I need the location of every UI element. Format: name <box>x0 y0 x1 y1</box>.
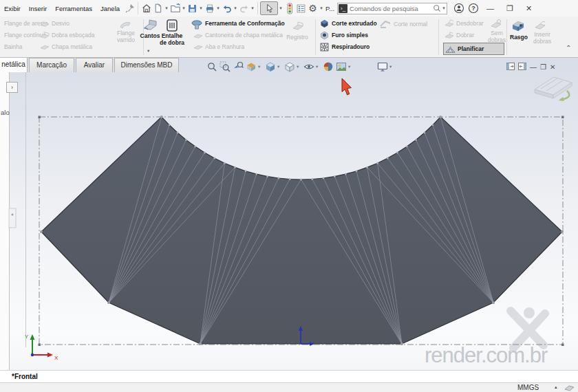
sheet-metal-status-icon[interactable] <box>564 384 575 391</box>
view-orientation-icon[interactable] <box>264 61 276 72</box>
planificar-icon <box>445 45 456 54</box>
units-selector[interactable]: MMGS <box>517 384 539 391</box>
aba-e-ranhura-button[interactable]: Aba e Ranhura <box>205 43 244 50</box>
cantoneira-button[interactable]: Cantoneira de chapa metálica <box>205 32 283 39</box>
doc-restore-button[interactable]: ❐ <box>540 63 546 71</box>
command-search: ›_ ▾ <box>337 3 447 14</box>
view-label-strip: *Frontal <box>0 370 578 382</box>
save-icon[interactable] <box>186 2 198 14</box>
close-button[interactable]: ✕ <box>520 4 538 13</box>
doc-close-button[interactable]: ✕ <box>550 63 555 71</box>
furo-simples-button[interactable]: Furo simples <box>332 32 368 39</box>
tab-dimensoes-mbd[interactable]: Dimensões MBD <box>114 58 179 72</box>
dock-panel-left-icon[interactable] <box>506 61 515 73</box>
respiradouro-button[interactable]: Respiradouro <box>332 43 370 50</box>
cantos-button[interactable]: Cantos <box>139 33 161 40</box>
edit-appearance-icon[interactable] <box>322 61 334 72</box>
doc-minimize-button[interactable]: — <box>530 63 537 71</box>
bainha-button[interactable]: Bainha <box>4 43 22 50</box>
chapa-metalica-button[interactable]: Chapa metálica <box>52 43 92 50</box>
cantos-caret[interactable]: ▾ <box>147 48 149 54</box>
view-settings-icon[interactable] <box>376 61 388 72</box>
search-caret[interactable]: ▾ <box>441 6 447 11</box>
desvio-button[interactable]: Desvio <box>52 20 69 27</box>
svg-text:?: ? <box>471 5 475 12</box>
view-orientation-caret[interactable]: ▾ <box>277 64 282 69</box>
tab-avaliar[interactable]: Avaliar <box>76 58 113 72</box>
entalhe-de-dobra-button[interactable]: Entalhe de dobra <box>160 33 184 47</box>
ribbon-collapse-chevron[interactable]: ⌃ <box>566 44 571 52</box>
zoom-to-area-icon[interactable] <box>219 61 231 72</box>
open-caret[interactable]: ▾ <box>181 6 186 11</box>
select-tool-button[interactable] <box>260 1 278 15</box>
new-document-caret[interactable]: ▾ <box>164 6 169 11</box>
corte-normal-button[interactable]: Corte normal <box>394 21 427 28</box>
user-account-icon[interactable] <box>453 2 464 14</box>
corte-extrudado-button[interactable]: Corte extrudado <box>332 20 377 27</box>
search-input[interactable] <box>350 5 433 12</box>
save-caret[interactable]: ▾ <box>198 6 204 11</box>
registro-button[interactable]: Registro <box>279 34 315 41</box>
hide-show-items-icon[interactable] <box>303 61 314 72</box>
pin-icon[interactable] <box>124 2 136 14</box>
corte-extrudado-icon <box>319 19 330 29</box>
command-manager-ribbon: Flange de aresta Flange contínuo Bainha … <box>0 17 578 58</box>
undo-icon[interactable] <box>221 2 233 14</box>
flange-varrido-icon <box>120 19 131 29</box>
menu-bar: Exibir Inserir Ferramentas Janela ▾ ▾ ▾ … <box>0 0 578 17</box>
menu-ferramentas[interactable]: Ferramentas <box>51 0 96 17</box>
menu-inserir[interactable]: Inserir <box>25 0 51 17</box>
desdobrar-button[interactable]: Desdobrar <box>456 20 484 27</box>
new-document-icon[interactable] <box>152 2 164 14</box>
select-tool-caret[interactable]: ▾ <box>278 6 283 11</box>
dobra-esbocada-button[interactable]: Dobra esboçada <box>52 32 94 39</box>
display-style-caret[interactable]: ▾ <box>297 64 301 69</box>
flange-varrido-button[interactable]: Flange varrido <box>110 30 142 44</box>
redo-icon[interactable] <box>238 2 250 14</box>
dobrar-button[interactable]: Dobrar <box>456 32 474 39</box>
ribbon-separator <box>506 19 507 55</box>
minimize-button[interactable]: — <box>480 4 500 12</box>
apply-scene-icon[interactable] <box>335 61 347 72</box>
traffic-light-icon[interactable] <box>283 2 295 14</box>
options-list-icon[interactable] <box>295 2 307 14</box>
tab-chapa-metalica[interactable]: netálica <box>0 58 28 72</box>
select-cursor-icon <box>264 3 274 14</box>
search-icon[interactable] <box>433 4 441 12</box>
display-style-icon[interactable] <box>283 61 295 72</box>
home-icon[interactable] <box>140 2 152 14</box>
previous-view-icon[interactable] <box>232 61 244 72</box>
undo-caret[interactable]: ▾ <box>233 6 238 11</box>
inserir-dobras-button[interactable]: Inserir dobras <box>527 32 557 45</box>
document-window-controls: — ❐ ✕ <box>506 61 555 73</box>
tab-marcacao[interactable]: Marcação <box>29 58 74 72</box>
print-caret[interactable]: ▾ <box>215 6 221 11</box>
redo-caret[interactable]: ▾ <box>250 6 255 11</box>
settings-caret[interactable]: ▾ <box>319 6 324 11</box>
help-icon[interactable]: ? <box>467 2 479 14</box>
zoom-to-fit-icon[interactable] <box>206 61 217 72</box>
chapa-metalica-icon <box>40 43 50 51</box>
hide-show-items-caret[interactable]: ▾ <box>316 64 321 69</box>
section-view-caret[interactable]: ▾ <box>258 64 263 69</box>
open-icon[interactable] <box>169 2 181 14</box>
section-view-icon[interactable] <box>245 61 257 72</box>
expand-panel-button[interactable]: › <box>6 82 18 93</box>
ribbon-separator <box>315 19 316 55</box>
rasgo-icon <box>511 20 526 32</box>
menu-janela[interactable]: Janela <box>96 0 124 17</box>
graphics-viewport[interactable] <box>10 58 578 382</box>
apply-scene-caret[interactable]: ▾ <box>348 64 353 69</box>
profile-overflow-label[interactable]: P... <box>325 5 334 12</box>
desvio-icon <box>40 19 50 28</box>
planificar-button[interactable]: Planificar <box>443 43 504 55</box>
dock-panel-right-icon[interactable] <box>518 61 526 73</box>
menu-exibir[interactable]: Exibir <box>0 0 25 17</box>
ferramenta-de-conformacao-button[interactable]: Ferramenta de Conformação <box>205 20 285 27</box>
print-icon[interactable] <box>204 2 215 14</box>
restore-button[interactable]: ❐ <box>500 4 520 13</box>
view-settings-caret[interactable]: ▾ <box>389 64 394 69</box>
units-caret[interactable]: ▴ <box>555 384 557 390</box>
cantoneira-icon <box>193 31 203 39</box>
settings-gear-icon[interactable]: ⚙ <box>307 2 319 14</box>
